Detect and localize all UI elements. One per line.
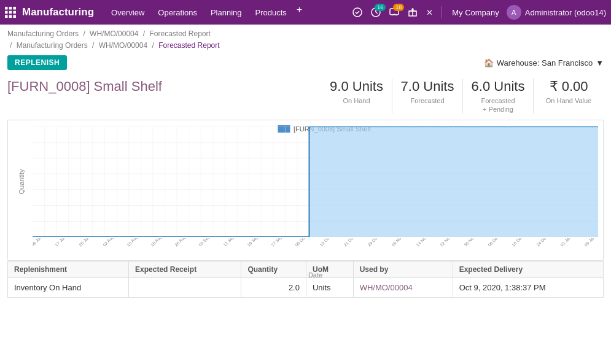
stat-on-hand: 9.0 Units On Hand bbox=[321, 79, 392, 114]
topnav: Manufacturing Overview Operations Planni… bbox=[0, 0, 611, 25]
message-badge: 18 bbox=[393, 4, 404, 11]
app-title: Manufacturing bbox=[22, 6, 94, 18]
y-axis-label: Quantity bbox=[18, 169, 25, 195]
svg-text:26 Aug 2020: 26 Aug 2020 bbox=[174, 238, 195, 247]
svg-text:30 Nov 2020: 30 Nov 2020 bbox=[463, 238, 483, 247]
warehouse-selector[interactable]: 🏠 Warehouse: San Francisco ▼ bbox=[484, 58, 604, 68]
breadcrumb-manufacturing-orders-2[interactable]: Manufacturing Orders bbox=[17, 41, 88, 50]
breadcrumb-current: Forecasted Report bbox=[158, 41, 219, 50]
svg-text:10 Aug 2020: 10 Aug 2020 bbox=[126, 238, 147, 247]
svg-text:24 Dec 2020: 24 Dec 2020 bbox=[535, 238, 556, 247]
svg-rect-4 bbox=[9, 11, 12, 14]
svg-text:29 Oct 2020: 29 Oct 2020 bbox=[367, 238, 386, 247]
activity-icon[interactable] bbox=[350, 5, 365, 20]
cell-expected-delivery: Oct 9, 2020, 1:38:37 PM bbox=[453, 278, 603, 298]
svg-text:19 Sep 2020: 19 Sep 2020 bbox=[246, 238, 267, 247]
nav-planning[interactable]: Planning bbox=[204, 4, 248, 21]
stat-forecasted-pending-label: Forecasted+ Pending bbox=[468, 96, 528, 114]
cell-used-by: WH/MO/00004 bbox=[353, 278, 453, 298]
product-stats: 9.0 Units On Hand 7.0 Units Forecasted 6… bbox=[321, 79, 604, 114]
chart-inner: Quantity bbox=[33, 126, 598, 237]
breadcrumb-mo-00004-1[interactable]: WH/MO/00004 bbox=[90, 29, 138, 38]
svg-rect-0 bbox=[5, 7, 8, 10]
svg-line-12 bbox=[376, 12, 378, 14]
stat-value-label: On Hand Value bbox=[539, 96, 599, 105]
svg-rect-2 bbox=[14, 7, 17, 10]
product-title: [FURN_0008] Small Shelf bbox=[7, 79, 321, 95]
stat-forecasted-value: 7.0 Units bbox=[397, 79, 457, 95]
svg-text:27 Sep 2020: 27 Sep 2020 bbox=[270, 238, 291, 247]
svg-rect-6 bbox=[5, 15, 8, 18]
stat-forecasted-pending: 6.0 Units Forecasted+ Pending bbox=[462, 79, 533, 114]
apps-grid-icon[interactable] bbox=[5, 7, 16, 18]
clock-icon[interactable]: 16 bbox=[368, 5, 383, 20]
svg-text:22 Nov 2020: 22 Nov 2020 bbox=[439, 238, 459, 247]
breadcrumb: Manufacturing Orders / WH/MO/00004 / For… bbox=[0, 25, 611, 53]
stat-on-hand-value: 9.0 Units bbox=[326, 79, 387, 95]
nav-overview[interactable]: Overview bbox=[105, 4, 150, 21]
svg-text:01 Jan 2021: 01 Jan 2021 bbox=[559, 238, 579, 247]
svg-text:18 Aug 2020: 18 Aug 2020 bbox=[150, 238, 171, 247]
svg-marker-47 bbox=[309, 126, 598, 237]
nav-divider bbox=[442, 6, 442, 18]
cell-uom: Units bbox=[306, 278, 353, 298]
topnav-actions: 16 18 ✕ My Company A Administrator (odoo… bbox=[350, 5, 606, 20]
product-header: [FURN_0008] Small Shelf 9.0 Units On Han… bbox=[7, 75, 604, 120]
cell-expected-receipt bbox=[129, 278, 241, 298]
svg-text:05 Oct 2020: 05 Oct 2020 bbox=[294, 238, 314, 247]
used-by-link[interactable]: WH/MO/00004 bbox=[360, 283, 413, 292]
x-axis-label: Date bbox=[33, 271, 598, 279]
svg-rect-7 bbox=[9, 15, 12, 18]
close-icon[interactable]: ✕ bbox=[424, 6, 435, 20]
svg-text:13 Oct 2020: 13 Oct 2020 bbox=[319, 238, 338, 247]
nav-operations[interactable]: Operations bbox=[152, 4, 203, 21]
main-content: [FURN_0008] Small Shelf 9.0 Units On Han… bbox=[0, 75, 611, 298]
svg-text:14 Nov 2020: 14 Nov 2020 bbox=[415, 238, 435, 247]
warehouse-chevron: ▼ bbox=[596, 58, 604, 68]
x-axis-dates: 09 Jul 2020 17 Jul 2020 25 Jul 2020 02 A… bbox=[33, 238, 598, 269]
svg-text:16 Dec 2020: 16 Dec 2020 bbox=[511, 238, 531, 247]
nav-products[interactable]: Products bbox=[249, 4, 293, 21]
stat-value-amount: ₹ 0.00 bbox=[539, 79, 599, 95]
user-name: Administrator (odoo14) bbox=[525, 8, 606, 17]
svg-text:09 Jul 2020: 09 Jul 2020 bbox=[33, 238, 49, 247]
replenish-button[interactable]: REPLENISH bbox=[7, 55, 67, 70]
nav-menu: Overview Operations Planning Products + bbox=[105, 4, 348, 21]
action-bar: REPLENISH 🏠 Warehouse: San Francisco ▼ bbox=[0, 53, 611, 75]
clock-badge: 16 bbox=[375, 4, 386, 11]
svg-text:09 Jan 2021: 09 Jan 2021 bbox=[583, 238, 598, 247]
chart-area: [FURN_0008] Small Shelf Quantity bbox=[7, 120, 604, 261]
svg-text:08 Dec 2020: 08 Dec 2020 bbox=[487, 238, 507, 247]
svg-rect-3 bbox=[5, 11, 8, 14]
svg-rect-1 bbox=[9, 7, 12, 10]
stat-forecasted: 7.0 Units Forecasted bbox=[392, 79, 462, 114]
message-icon[interactable]: 18 bbox=[387, 5, 402, 20]
user-avatar: A bbox=[507, 5, 521, 20]
table-row: Inventory On Hand 2.0 Units WH/MO/00004 … bbox=[8, 278, 604, 298]
svg-text:11 Sep 2020: 11 Sep 2020 bbox=[222, 238, 243, 247]
svg-text:21 Oct 2020: 21 Oct 2020 bbox=[343, 238, 362, 247]
stat-forecasted-pending-value: 6.0 Units bbox=[468, 79, 528, 95]
breadcrumb-mo-00004-2[interactable]: WH/MO/00004 bbox=[99, 41, 147, 50]
breadcrumb-forecasted-report-1[interactable]: Forecasted Report bbox=[149, 29, 210, 38]
stat-on-hand-label: On Hand bbox=[326, 96, 387, 105]
warehouse-label: Warehouse: San Francisco bbox=[497, 58, 593, 68]
svg-text:02 Aug 2020: 02 Aug 2020 bbox=[102, 238, 123, 247]
svg-rect-5 bbox=[14, 11, 17, 14]
svg-text:03 Sep 2020: 03 Sep 2020 bbox=[198, 238, 219, 247]
warehouse-icon: 🏠 bbox=[484, 58, 494, 68]
svg-text:25 Jul 2020: 25 Jul 2020 bbox=[78, 238, 97, 247]
stat-on-hand-value: ₹ 0.00 On Hand Value bbox=[533, 79, 604, 114]
stat-forecasted-label: Forecasted bbox=[397, 96, 457, 105]
nav-add[interactable]: + bbox=[294, 4, 305, 21]
cell-quantity: 2.0 bbox=[241, 278, 306, 298]
svg-text:06 Nov 2020: 06 Nov 2020 bbox=[391, 238, 411, 247]
company-name: My Company bbox=[448, 8, 503, 17]
svg-text:17 Jul 2020: 17 Jul 2020 bbox=[54, 238, 73, 247]
chart-svg: 7.00 6.00 5.00 4.00 3.00 2.00 1.00 0.00 bbox=[33, 126, 598, 237]
cell-replenishment: Inventory On Hand bbox=[8, 278, 129, 298]
gift-icon[interactable] bbox=[405, 5, 420, 20]
svg-rect-8 bbox=[14, 15, 17, 18]
breadcrumb-manufacturing-orders-1[interactable]: Manufacturing Orders bbox=[7, 29, 79, 38]
user-menu[interactable]: A Administrator (odoo14) bbox=[507, 5, 606, 20]
